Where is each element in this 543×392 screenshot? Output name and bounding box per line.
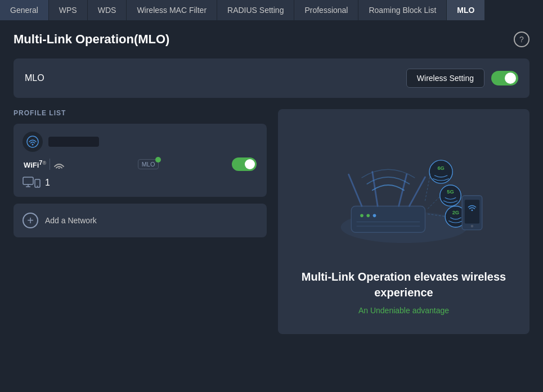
tab-roaming-block-list[interactable]: Roaming Block List	[358, 0, 447, 20]
svg-point-20	[429, 160, 452, 183]
wifi7-text: WiFi7®	[24, 159, 46, 169]
mlo-card: MLO Wireless Setting	[14, 58, 529, 98]
tab-wps[interactable]: WPS	[49, 0, 88, 20]
mlo-label: MLO	[25, 73, 44, 83]
svg-point-12	[366, 214, 370, 218]
tab-wireless-mac-filter[interactable]: Wireless MAC Filter	[127, 0, 217, 20]
svg-text:6G: 6G	[437, 165, 445, 171]
wifi-ring-icon	[26, 136, 39, 148]
svg-text:5G: 5G	[447, 189, 454, 195]
profile-card-top	[23, 132, 258, 152]
mlo-badge-text: MLO	[142, 161, 155, 168]
wifi-signal-icon	[53, 160, 65, 169]
svg-line-16	[348, 174, 361, 206]
svg-line-27	[428, 196, 441, 209]
device-icon	[23, 177, 41, 189]
main-content: Multi-Link Operation(MLO) ? MLO Wireless…	[0, 20, 543, 345]
svg-point-11	[360, 214, 364, 218]
svg-point-13	[373, 214, 376, 218]
profile-list-label: PROFILE LIST	[14, 109, 267, 117]
profile-card-middle: WiFi7® MLO	[23, 157, 258, 171]
ssid-bar	[48, 137, 99, 147]
divider-vert	[50, 159, 50, 170]
svg-text:2G: 2G	[452, 210, 459, 215]
tab-radius-setting[interactable]: RADIUS Setting	[217, 0, 294, 20]
device-count: 1	[45, 178, 50, 188]
mlo-illustration: 6G 5G 2G	[320, 128, 488, 258]
add-icon: +	[23, 213, 38, 228]
promo-title: Multi-Link Operation elevates wireless e…	[289, 269, 518, 300]
profile-card: WiFi7® MLO	[14, 124, 267, 197]
page-title-row: Multi-Link Operation(MLO) ?	[14, 31, 529, 47]
mlo-toggle[interactable]	[491, 71, 518, 85]
svg-rect-3	[23, 177, 33, 184]
tab-general[interactable]: General	[0, 0, 49, 20]
svg-rect-30	[464, 200, 479, 223]
promo-subtitle: An Undeniable advantage	[358, 306, 449, 315]
svg-point-32	[471, 210, 473, 211]
wifi7-badge: WiFi7®	[24, 159, 65, 170]
bottom-section: PROFILE LIST	[14, 109, 529, 334]
page-title: Multi-Link Operation(MLO)	[14, 32, 169, 47]
svg-point-2	[59, 168, 60, 169]
profile-toggle[interactable]	[232, 157, 257, 171]
mlo-badge: MLO	[138, 159, 159, 169]
tab-wds[interactable]: WDS	[88, 0, 127, 20]
mlo-card-right: Wireless Setting	[406, 69, 518, 88]
svg-rect-9	[351, 206, 425, 232]
svg-point-31	[470, 225, 473, 228]
add-network-label: Add a Network	[45, 216, 97, 225]
right-panel: 6G 5G 2G	[278, 109, 529, 334]
profile-card-bottom: 1	[23, 177, 258, 189]
tab-professional[interactable]: Professional	[294, 0, 358, 20]
wireless-setting-button[interactable]: Wireless Setting	[406, 69, 484, 88]
left-panel: PROFILE LIST	[14, 109, 267, 334]
svg-point-1	[32, 144, 34, 146]
nav-tabs: GeneralWPSWDSWireless MAC FilterRADIUS S…	[0, 0, 543, 20]
router-illustration: 6G 5G 2G	[320, 128, 488, 258]
help-icon[interactable]: ?	[514, 31, 529, 47]
svg-line-19	[409, 177, 425, 206]
tab-mlo[interactable]: MLO	[447, 0, 485, 20]
svg-line-26	[425, 173, 430, 201]
mlo-badge-dot	[155, 157, 161, 163]
add-network-card[interactable]: + Add a Network	[14, 204, 267, 237]
wifi-icon-circle	[23, 132, 43, 152]
